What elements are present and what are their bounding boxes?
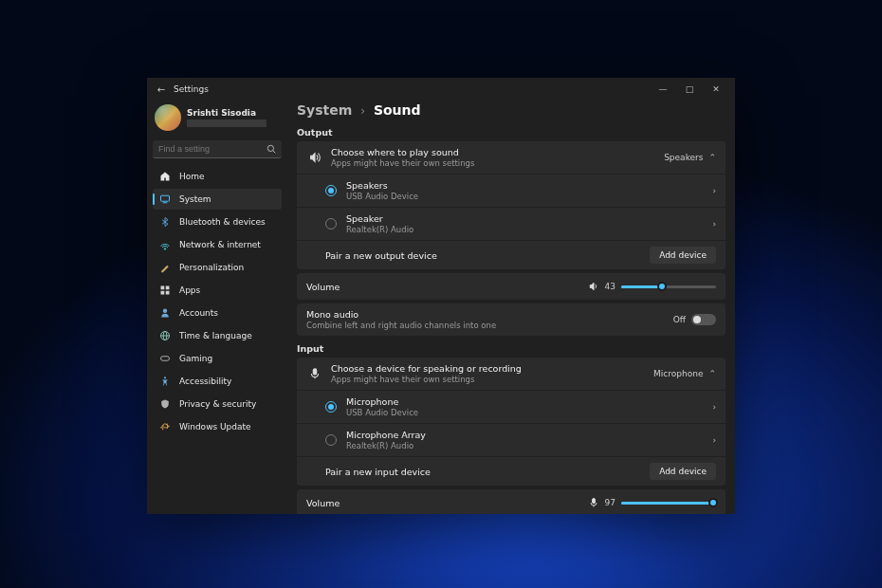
- chevron-right-icon: ›: [712, 435, 716, 445]
- sidebar: Srishti Sisodia Home System Bluetooth & …: [147, 101, 287, 514]
- svg-rect-13: [161, 357, 170, 361]
- radio-unselected[interactable]: [325, 434, 337, 446]
- input-device-microphone[interactable]: Microphone USB Audio Device ›: [297, 390, 726, 423]
- choose-output-row[interactable]: Choose where to play sound Apps might ha…: [297, 141, 726, 174]
- pair-input-row: Pair a new input device Add device: [297, 456, 726, 486]
- apps-icon: [158, 285, 172, 296]
- windows-update-icon: [158, 421, 172, 432]
- svg-point-0: [267, 145, 273, 151]
- input-volume-row[interactable]: Volume 97: [297, 489, 726, 514]
- sidebar-item-windows-update[interactable]: Windows Update: [153, 416, 282, 437]
- chevron-up-icon: ⌃: [708, 369, 716, 378]
- output-section-label: Output: [297, 127, 726, 138]
- sidebar-item-privacy[interactable]: Privacy & security: [153, 394, 282, 414]
- user-block[interactable]: Srishti Sisodia: [153, 101, 282, 137]
- user-name: Srishti Sisodia: [187, 108, 266, 118]
- breadcrumb-parent[interactable]: System: [297, 102, 352, 118]
- svg-line-1: [273, 151, 276, 154]
- search-input[interactable]: [158, 144, 266, 154]
- time-language-icon: [158, 330, 172, 341]
- input-volume-slider[interactable]: [621, 502, 716, 505]
- sidebar-item-accessibility[interactable]: Accessibility: [153, 371, 282, 392]
- output-device-speakers[interactable]: Speakers USB Audio Device ›: [297, 174, 726, 207]
- svg-rect-7: [161, 291, 165, 295]
- search-box[interactable]: [153, 140, 282, 158]
- network-icon: [158, 239, 172, 250]
- svg-rect-5: [161, 286, 165, 290]
- mono-audio-card: Mono audio Combine left and right audio …: [297, 303, 726, 336]
- svg-point-9: [163, 309, 168, 314]
- speaker-icon: [306, 151, 323, 164]
- system-icon: [158, 193, 172, 205]
- mono-audio-row[interactable]: Mono audio Combine left and right audio …: [297, 303, 726, 336]
- svg-rect-2: [161, 195, 170, 201]
- user-email-redacted: [187, 119, 266, 127]
- sidebar-item-apps[interactable]: Apps: [153, 280, 282, 301]
- settings-window: ← Settings — □ ✕ Srishti Sisodia Home Sy…: [147, 78, 735, 514]
- sidebar-item-bluetooth[interactable]: Bluetooth & devices: [153, 211, 282, 232]
- svg-rect-16: [592, 499, 595, 504]
- choose-input-row[interactable]: Choose a device for speaking or recordin…: [297, 358, 726, 390]
- output-device-card: Choose where to play sound Apps might ha…: [297, 141, 726, 269]
- svg-rect-15: [313, 369, 317, 375]
- minimize-button[interactable]: —: [650, 78, 676, 101]
- input-volume-value: 97: [605, 498, 616, 507]
- sidebar-item-home[interactable]: Home: [153, 166, 282, 187]
- titlebar: ← Settings — □ ✕: [147, 78, 735, 101]
- chevron-right-icon: ›: [712, 402, 716, 412]
- sidebar-item-time-language[interactable]: Time & language: [153, 325, 282, 346]
- output-device-speaker-realtek[interactable]: Speaker Realtek(R) Audio ›: [297, 207, 726, 240]
- chevron-right-icon: ›: [360, 104, 365, 118]
- chevron-right-icon: ›: [712, 219, 716, 229]
- radio-selected[interactable]: [325, 185, 337, 196]
- sidebar-item-accounts[interactable]: Accounts: [153, 303, 282, 323]
- input-device-card: Choose a device for speaking or recordin…: [297, 358, 726, 486]
- microphone-icon[interactable]: [588, 497, 599, 508]
- main-content: System › Sound Output Choose where to pl…: [287, 101, 735, 514]
- back-button[interactable]: ←: [153, 84, 170, 95]
- breadcrumb: System › Sound: [297, 101, 726, 125]
- add-output-device-button[interactable]: Add device: [650, 247, 716, 264]
- microphone-icon: [306, 367, 323, 380]
- output-volume-row[interactable]: Volume 43: [297, 273, 726, 300]
- mono-audio-state: Off: [673, 315, 686, 324]
- svg-rect-8: [166, 291, 170, 295]
- svg-rect-6: [166, 286, 170, 290]
- search-icon: [266, 144, 276, 154]
- privacy-icon: [158, 398, 172, 410]
- gaming-icon: [158, 353, 172, 364]
- input-section-label: Input: [297, 343, 726, 354]
- maximize-button[interactable]: □: [676, 78, 703, 101]
- sidebar-item-system[interactable]: System: [153, 189, 282, 210]
- output-volume-value: 43: [605, 282, 616, 291]
- sidebar-item-network[interactable]: Network & internet: [153, 234, 282, 255]
- input-device-microphone-array[interactable]: Microphone Array Realtek(R) Audio ›: [297, 423, 726, 456]
- sidebar-item-gaming[interactable]: Gaming: [153, 348, 282, 369]
- accessibility-icon: [158, 376, 172, 387]
- personalization-icon: [158, 262, 172, 273]
- chevron-up-icon: ⌃: [708, 153, 716, 162]
- radio-unselected[interactable]: [325, 218, 337, 230]
- close-button[interactable]: ✕: [703, 78, 729, 101]
- home-icon: [158, 171, 172, 182]
- input-volume-card: Volume 97: [297, 489, 726, 514]
- chevron-right-icon: ›: [712, 186, 716, 195]
- output-volume-slider[interactable]: [621, 285, 716, 288]
- pair-output-row: Pair a new output device Add device: [297, 240, 726, 269]
- svg-point-14: [164, 377, 166, 378]
- svg-point-4: [164, 248, 166, 250]
- mono-audio-toggle[interactable]: [691, 314, 716, 325]
- avatar: [155, 104, 181, 131]
- app-title: Settings: [174, 84, 209, 94]
- add-input-device-button[interactable]: Add device: [650, 463, 716, 480]
- output-volume-card: Volume 43: [297, 273, 726, 300]
- radio-selected[interactable]: [325, 401, 337, 413]
- sidebar-item-personalization[interactable]: Personalization: [153, 257, 282, 278]
- bluetooth-icon: [158, 216, 172, 228]
- breadcrumb-current: Sound: [374, 102, 421, 118]
- accounts-icon: [158, 307, 172, 319]
- volume-icon[interactable]: [588, 281, 599, 292]
